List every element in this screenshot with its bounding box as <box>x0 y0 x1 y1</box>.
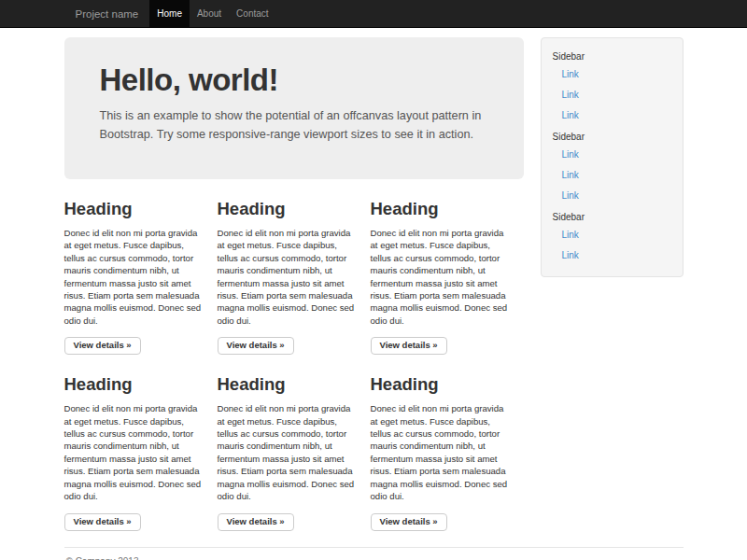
page-title: Hello, world! <box>100 63 488 98</box>
main-content-column: Hello, world! This is an example to show… <box>64 28 524 531</box>
page-container: Hello, world! This is an example to show… <box>64 28 684 560</box>
cards-row-2: Heading Donec id elit non mi porta gravi… <box>64 374 524 530</box>
card-body: Donec id elit non mi porta gravida at eg… <box>218 227 360 327</box>
navbar-menu: Home About Contact <box>149 0 275 28</box>
brand-link[interactable]: Project name <box>64 0 150 28</box>
navbar-container: Project name Home About Contact <box>64 0 684 28</box>
view-details-button[interactable]: View details » <box>218 513 294 531</box>
card: Heading Donec id elit non mi porta gravi… <box>371 199 524 355</box>
card: Heading Donec id elit non mi porta gravi… <box>64 374 218 530</box>
view-details-button[interactable]: View details » <box>218 337 294 355</box>
sidebar-group-header: Sidebar <box>542 207 683 226</box>
card-body: Donec id elit non mi porta gravida at eg… <box>64 227 207 327</box>
card-body: Donec id elit non mi porta gravida at eg… <box>371 402 514 502</box>
sidebar-panel: Sidebar Link Link Link Sidebar Link Link… <box>541 37 684 277</box>
card-heading: Heading <box>371 199 514 218</box>
card-heading: Heading <box>64 374 207 394</box>
card-body: Donec id elit non mi porta gravida at eg… <box>64 402 207 502</box>
nav-item-about: About <box>190 0 229 28</box>
content-row: Hello, world! This is an example to show… <box>64 28 684 531</box>
card-body: Donec id elit non mi porta gravida at eg… <box>218 402 360 502</box>
top-navbar: Project name Home About Contact <box>0 0 747 28</box>
sidebar-link[interactable]: Link <box>542 86 683 105</box>
sidebar-link[interactable]: Link <box>542 166 683 185</box>
cards-row-1: Heading Donec id elit non mi porta gravi… <box>64 199 524 355</box>
card: Heading Donec id elit non mi porta gravi… <box>218 374 371 530</box>
card-heading: Heading <box>218 374 360 394</box>
nav-link-home[interactable]: Home <box>149 0 190 28</box>
view-details-button[interactable]: View details » <box>371 337 447 355</box>
nav-item-home: Home <box>149 0 190 28</box>
jumbotron: Hello, world! This is an example to show… <box>64 37 524 179</box>
view-details-button[interactable]: View details » <box>371 513 447 531</box>
card: Heading Donec id elit non mi porta gravi… <box>371 374 524 530</box>
sidebar-link[interactable]: Link <box>542 187 683 205</box>
sidebar-link[interactable]: Link <box>542 146 683 164</box>
nav-link-about[interactable]: About <box>190 0 229 28</box>
card-heading: Heading <box>64 199 207 218</box>
sidebar-link[interactable]: Link <box>542 65 683 84</box>
sidebar-link[interactable]: Link <box>542 246 683 265</box>
sidebar-group-header: Sidebar <box>542 127 683 146</box>
card-body: Donec id elit non mi porta gravida at eg… <box>371 227 514 327</box>
card-heading: Heading <box>371 374 514 394</box>
view-details-button[interactable]: View details » <box>64 513 141 531</box>
nav-link-contact[interactable]: Contact <box>229 0 275 28</box>
nav-item-contact: Contact <box>229 0 275 28</box>
copyright-text: © Company 2013 <box>66 556 682 560</box>
sidebar-column: Sidebar Link Link Link Sidebar Link Link… <box>541 28 684 531</box>
card-heading: Heading <box>218 199 360 218</box>
sidebar-link[interactable]: Link <box>542 106 683 125</box>
jumbotron-description: This is an example to show the potential… <box>100 106 488 144</box>
sidebar-group-header: Sidebar <box>542 47 683 65</box>
card: Heading Donec id elit non mi porta gravi… <box>64 199 218 355</box>
page-footer: © Company 2013 <box>64 547 684 560</box>
view-details-button[interactable]: View details » <box>64 337 141 355</box>
card: Heading Donec id elit non mi porta gravi… <box>218 199 371 355</box>
sidebar-link[interactable]: Link <box>542 226 683 245</box>
